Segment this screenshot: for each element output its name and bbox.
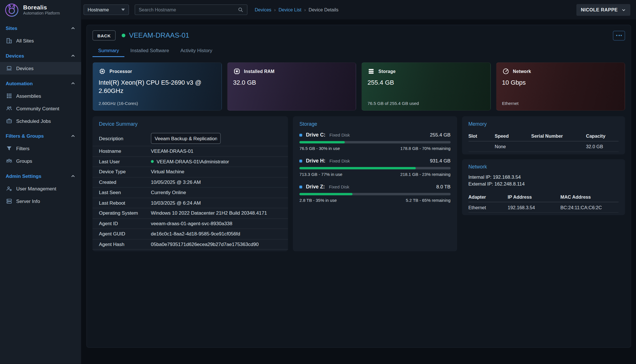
summary-row-value: 05ba0e7935171d626ecea29b27d7ae175363cd90 bbox=[151, 241, 259, 247]
network-panel-title: Network bbox=[462, 159, 625, 174]
drive-type: Fixed Disk bbox=[330, 133, 350, 137]
device-status-dot bbox=[122, 34, 126, 37]
drive-usage-fill bbox=[299, 141, 345, 144]
device-summary-row-agent-guid: Agent GUIDde16c0c1-8aa2-4d18-9585-9ce91c… bbox=[92, 229, 288, 239]
drive-bullet-icon bbox=[299, 159, 302, 162]
breadcrumb-item-device-details: Device Details bbox=[309, 7, 338, 12]
summary-row-value: 10/03/2025 @ 6:24 AM bbox=[151, 200, 201, 206]
column-header: MAC Address bbox=[560, 194, 619, 199]
drive-size: 8.0 TB bbox=[436, 184, 451, 190]
drive-type: Fixed Disk bbox=[329, 184, 350, 189]
brand-header: Borealis Automation Platform bbox=[0, 0, 81, 19]
device-summary-row-created: Created10/05/2025 @ 3:26 AM bbox=[92, 177, 288, 188]
search-input[interactable] bbox=[139, 7, 235, 12]
summary-row-value: VEEAM-DRAAS-01 bbox=[151, 149, 193, 154]
summary-row-value: Virtual Machine bbox=[151, 169, 184, 175]
drive-size: 931.4 GB bbox=[430, 158, 451, 164]
network-table-header: AdapterIP AddressMAC Address bbox=[468, 192, 619, 202]
memory-table-header: SlotSpeedSerial NumberCapacity bbox=[468, 131, 619, 141]
device-summary-title: Device Summary bbox=[92, 116, 288, 131]
user-name: NICOLE RAPPE bbox=[581, 7, 618, 12]
filter-icon bbox=[6, 145, 12, 151]
summary-row-label: Last User bbox=[99, 159, 151, 164]
brand-subtitle: Automation Platform bbox=[23, 11, 60, 15]
sidebar-section-admin-settings[interactable]: Admin Settings bbox=[0, 170, 81, 182]
device-summary-row-agent-hash: Agent Hash05ba0e7935171d626ecea29b27d7ae… bbox=[92, 239, 288, 249]
column-header: Serial Number bbox=[531, 133, 586, 138]
stat-card-footer: 76.5 GB of 255.4 GB used bbox=[368, 101, 419, 106]
drive-remaining-text: 178.8 GB - 70% remaining bbox=[400, 146, 451, 151]
sidebar-item-community-content[interactable]: Community Content bbox=[0, 102, 81, 115]
section-label: Sites bbox=[6, 26, 17, 31]
sidebar-item-devices[interactable]: Devices bbox=[0, 62, 81, 75]
drive-remaining-text: 218.1 GB - 23% remaining bbox=[400, 172, 451, 177]
tab-installed-software[interactable]: Installed Software bbox=[125, 44, 175, 57]
tabs: SummaryInstalled SoftwareActivity Histor… bbox=[92, 44, 625, 57]
network-panel: Network Internal IP: 192.168.3.54 Extern… bbox=[462, 159, 625, 215]
user-menu-button[interactable]: NICOLE RAPPE bbox=[576, 4, 630, 16]
section-label: Filters & Groups bbox=[6, 133, 44, 139]
memory-row: None32.0 GB bbox=[468, 141, 619, 152]
summary-row-label: Device Type bbox=[99, 169, 151, 175]
sidebar-item-scheduled-jobs[interactable]: Scheduled Jobs bbox=[0, 115, 81, 127]
sidebar-item-label: Devices bbox=[16, 66, 34, 71]
device-summary-panel: Device Summary DescriptionHostnameVEEAM-… bbox=[92, 116, 288, 251]
description-input[interactable] bbox=[151, 133, 221, 144]
building-icon bbox=[6, 38, 12, 44]
drive-list: Drive C: Fixed Disk 255.4 GB 76.5 GB - 3… bbox=[293, 131, 457, 203]
tab-summary[interactable]: Summary bbox=[92, 44, 125, 57]
sidebar-item-all-sites[interactable]: All Sites bbox=[0, 34, 81, 47]
chevron-up-icon bbox=[70, 134, 75, 139]
cpu-icon bbox=[98, 68, 106, 75]
stat-card-label: Network bbox=[513, 69, 531, 74]
summary-row-label: Agent Hash bbox=[99, 241, 151, 247]
summary-row-value: veeam-draas-01-agent-svc-8930a338 bbox=[151, 221, 232, 226]
sidebar-item-assemblies[interactable]: Assemblies bbox=[0, 90, 81, 102]
storage-panel-title: Storage bbox=[293, 116, 457, 131]
summary-row-value: 10/05/2025 @ 3:26 AM bbox=[151, 179, 201, 185]
drive-block-drive-h: Drive H: Fixed Disk 931.4 GB 713.3 GB - … bbox=[299, 158, 450, 176]
tab-activity-history[interactable]: Activity History bbox=[175, 44, 218, 57]
brand-name: Borealis bbox=[23, 4, 60, 11]
panels-row: Device Summary DescriptionHostnameVEEAM-… bbox=[92, 116, 625, 251]
search-box[interactable] bbox=[135, 5, 247, 15]
sidebar-section-automation[interactable]: Automation bbox=[0, 78, 81, 90]
sidebar-section-devices[interactable]: Devices bbox=[0, 50, 81, 62]
summary-row-value bbox=[151, 133, 221, 144]
drive-type: Fixed Disk bbox=[330, 158, 350, 163]
stat-card-value: 255.4 GB bbox=[368, 79, 478, 87]
drive-remaining-text: 5.2 TB - 65% remaining bbox=[406, 198, 451, 203]
device-summary-row-agent-id: Agent IDveeam-draas-01-agent-svc-8930a33… bbox=[92, 219, 288, 229]
device-summary-row-last-user: Last UserVEEAM-DRAAS-01\Administrator bbox=[92, 156, 288, 167]
sidebar: Borealis Automation Platform SitesAll Si… bbox=[0, 0, 81, 364]
sidebar-item-label: Scheduled Jobs bbox=[16, 118, 51, 124]
back-button[interactable]: BACK bbox=[92, 30, 116, 41]
breadcrumb-item-devices[interactable]: Devices bbox=[255, 7, 271, 12]
summary-row-value: de16c0c1-8aa2-4d18-9585-9ce91cf056fd bbox=[151, 231, 240, 237]
drive-bullet-icon bbox=[299, 133, 302, 136]
chevron-up-icon bbox=[70, 54, 75, 58]
sidebar-section-sites[interactable]: Sites bbox=[0, 22, 81, 34]
drive-name: Drive Z: bbox=[306, 184, 325, 190]
sidebar-item-user-management[interactable]: User Management bbox=[0, 182, 81, 195]
table-cell: 32.0 GB bbox=[586, 144, 619, 149]
breadcrumb-separator: › bbox=[304, 7, 306, 12]
internal-ip: Internal IP: 192.168.3.54 bbox=[468, 174, 619, 181]
summary-row-value: VEEAM-DRAAS-01\Administrator bbox=[151, 159, 229, 164]
sidebar-item-label: Assemblies bbox=[16, 93, 41, 99]
more-actions-button[interactable] bbox=[613, 30, 625, 40]
sidebar-item-groups[interactable]: Groups bbox=[0, 155, 81, 167]
device-summary-row-operating-system: Operating SystemWindows 10 2022 Datacent… bbox=[92, 208, 288, 219]
people-icon bbox=[6, 105, 12, 111]
sidebar-item-server-info[interactable]: Server Info bbox=[0, 195, 81, 208]
breadcrumb-item-device-list[interactable]: Device List bbox=[278, 7, 301, 12]
sidebar-item-filters[interactable]: Filters bbox=[0, 142, 81, 155]
hostname-filter-dropdown[interactable]: Hostname bbox=[84, 5, 129, 15]
stat-card-processor: ProcessorIntel(R) Xeon(R) CPU E5-2690 v3… bbox=[92, 62, 222, 111]
groups-icon bbox=[6, 158, 12, 164]
chevron-down-icon bbox=[621, 7, 626, 12]
summary-row-label: Agent GUID bbox=[99, 231, 151, 237]
drive-bullet-icon bbox=[299, 185, 302, 188]
memory-table: SlotSpeedSerial NumberCapacity None32.0 … bbox=[462, 131, 625, 154]
sidebar-section-filters-groups[interactable]: Filters & Groups bbox=[0, 130, 81, 142]
